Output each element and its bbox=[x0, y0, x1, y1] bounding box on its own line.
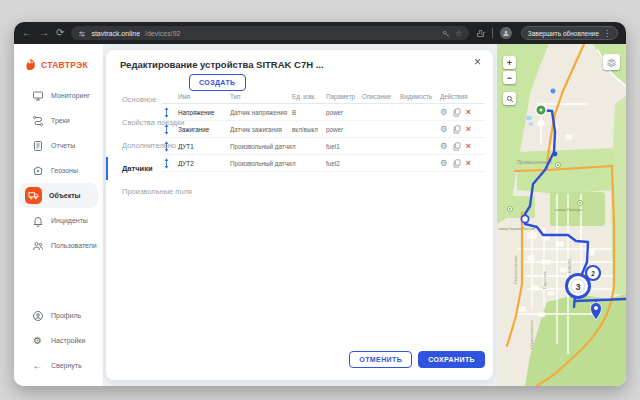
table-row: Зажигание Датчик зажигания вкл/выкл powe… bbox=[162, 121, 485, 138]
forward-icon[interactable]: → bbox=[39, 28, 49, 38]
passwords-key-icon[interactable] bbox=[442, 24, 450, 42]
reload-icon[interactable]: ⟳ bbox=[56, 28, 64, 38]
url-path: /devices/92 bbox=[145, 30, 180, 37]
sidebar-item-geofences[interactable]: Геозоны bbox=[19, 158, 98, 183]
close-icon[interactable]: × bbox=[474, 55, 481, 69]
sidebar-item-label: Настройки bbox=[51, 337, 85, 344]
col-name: Имя bbox=[178, 93, 230, 100]
sidebar-item-objects[interactable]: Объекты bbox=[19, 183, 98, 208]
col-description: Описание bbox=[362, 93, 400, 100]
start-marker[interactable] bbox=[536, 105, 546, 115]
row-copy-icon[interactable] bbox=[453, 125, 461, 134]
map-zoom-out-button[interactable]: − bbox=[503, 71, 516, 84]
poi-marker-blue[interactable] bbox=[550, 88, 556, 94]
toolbar-separator bbox=[492, 28, 493, 38]
sensor-type: Произвольный датчик bbox=[230, 160, 292, 167]
content-area: Редактирование устройства SITRAK C7H ...… bbox=[104, 44, 497, 386]
sidebar-item-incidents[interactable]: Инциденты bbox=[19, 208, 98, 233]
extensions-icon[interactable] bbox=[476, 24, 485, 42]
row-delete-icon[interactable]: × bbox=[466, 142, 471, 151]
search-icon bbox=[506, 95, 514, 103]
layers-icon bbox=[606, 57, 617, 68]
row-delete-icon[interactable]: × bbox=[466, 125, 471, 134]
row-copy-icon[interactable] bbox=[453, 142, 461, 151]
geofence-icon bbox=[31, 164, 44, 177]
logo-text: СТАВТРЭК bbox=[41, 60, 88, 70]
sidebar-item-monitoring[interactable]: Мониторинг bbox=[19, 83, 98, 108]
sensor-param: fuel2 bbox=[326, 160, 362, 167]
col-visibility: Видимость bbox=[400, 93, 440, 100]
drag-handle-icon[interactable] bbox=[162, 124, 178, 135]
create-button[interactable]: СОЗДАТЬ bbox=[189, 74, 246, 91]
sidebar-item-users[interactable]: Пользователи bbox=[19, 233, 98, 258]
row-settings-icon[interactable]: ⚙ bbox=[440, 142, 448, 151]
route-waypoint-dot[interactable] bbox=[553, 152, 558, 157]
sensor-param: power bbox=[326, 126, 362, 133]
sidebar-item-label: Свернуть bbox=[51, 362, 82, 369]
sidebar-item-profile[interactable]: Профиль bbox=[19, 303, 98, 328]
sensor-name: ДУТ2 bbox=[178, 160, 230, 167]
svg-text:2: 2 bbox=[591, 270, 595, 277]
url-bar[interactable]: stavtrack.online /devices/92 ☆ bbox=[71, 26, 469, 40]
save-button[interactable]: СОХРАНИТЬ bbox=[418, 351, 485, 368]
back-icon[interactable]: ← bbox=[22, 28, 32, 38]
browser-window: ← → ⟳ stavtrack.online /devices/92 ☆ bbox=[14, 22, 626, 386]
map-zoom-in-button[interactable]: + bbox=[503, 56, 516, 69]
table-row: ДУТ1 Произвольный датчик л fuel1 ⚙ × bbox=[162, 138, 485, 155]
sensor-name: ДУТ1 bbox=[178, 143, 230, 150]
row-copy-icon[interactable] bbox=[453, 108, 461, 117]
sensor-unit: л bbox=[292, 143, 326, 150]
edit-device-modal: Редактирование устройства SITRAK C7H ...… bbox=[106, 50, 493, 380]
table-row: Напряжение Датчик напряжения В power ⚙ × bbox=[162, 104, 485, 121]
map-layers-button[interactable] bbox=[603, 54, 620, 70]
sidebar-item-tracks[interactable]: Треки bbox=[19, 108, 98, 133]
sensor-type: Датчик зажигания bbox=[230, 126, 292, 133]
monitor-icon bbox=[31, 89, 44, 102]
finish-update-button[interactable]: Завершить обновление ⋮ bbox=[521, 26, 618, 40]
table-header-row: Имя Тип Ед. изм. Параметр Описание Видим… bbox=[162, 90, 485, 104]
sidebar-item-label: Пользователи bbox=[51, 242, 97, 249]
truck-icon bbox=[25, 187, 42, 204]
site-settings-icon[interactable] bbox=[78, 24, 86, 42]
svg-text:3: 3 bbox=[576, 282, 581, 292]
drag-handle-icon[interactable] bbox=[162, 141, 178, 152]
sensor-name: Напряжение bbox=[178, 109, 230, 116]
row-settings-icon[interactable]: ⚙ bbox=[440, 108, 448, 117]
row-settings-icon[interactable]: ⚙ bbox=[440, 159, 448, 168]
row-copy-icon[interactable] bbox=[453, 159, 461, 168]
col-param: Параметр bbox=[326, 93, 362, 100]
sidebar: СТАВТРЭК Мониторинг Треки Отчеты bbox=[14, 44, 104, 386]
tab-custom-fields[interactable]: Произвольные поля bbox=[106, 180, 214, 203]
profile-avatar[interactable] bbox=[500, 27, 511, 39]
sensor-type: Датчик напряжения bbox=[230, 109, 292, 116]
row-delete-icon[interactable]: × bbox=[466, 108, 471, 117]
url-host: stavtrack.online bbox=[91, 30, 140, 37]
sensor-unit: л bbox=[292, 160, 326, 167]
cluster-marker-large[interactable]: 3 bbox=[567, 275, 590, 298]
table-row: ДУТ2 Произвольный датчик л fuel2 ⚙ × bbox=[162, 155, 485, 172]
cancel-button[interactable]: ОТМЕНИТЬ bbox=[349, 351, 412, 368]
sensor-type: Произвольный датчик bbox=[230, 143, 292, 150]
map-label-street4: Чернышевского bbox=[529, 319, 534, 349]
row-settings-icon[interactable]: ⚙ bbox=[440, 125, 448, 134]
stop-marker[interactable] bbox=[521, 215, 528, 222]
bell-icon bbox=[31, 214, 44, 227]
sensor-unit: вкл/выкл bbox=[292, 126, 326, 133]
route-icon bbox=[31, 114, 44, 127]
drag-handle-icon[interactable] bbox=[162, 158, 178, 169]
sidebar-item-label: Профиль bbox=[51, 312, 81, 319]
kebab-menu-icon[interactable]: ⋮ bbox=[603, 29, 611, 38]
sidebar-item-reports[interactable]: Отчеты bbox=[19, 133, 98, 158]
map-search-button[interactable] bbox=[503, 92, 516, 105]
drag-handle-icon[interactable] bbox=[162, 107, 178, 118]
sidebar-item-label: Объекты bbox=[49, 192, 81, 199]
sidebar-item-settings[interactable]: ⚙ Настройки bbox=[19, 328, 98, 353]
col-type: Тип bbox=[230, 93, 292, 100]
map-panel[interactable]: Промышленный сквер Победы сквер Героев Р… bbox=[497, 44, 626, 386]
users-icon bbox=[31, 239, 44, 252]
sidebar-item-collapse[interactable]: ← Свернуть bbox=[19, 353, 98, 378]
map-label-street1: Пирогова bbox=[542, 271, 547, 289]
row-delete-icon[interactable]: × bbox=[466, 159, 471, 168]
bookmark-star-icon[interactable]: ☆ bbox=[455, 29, 462, 38]
map-label-park2: сквер Героев России bbox=[498, 227, 535, 231]
